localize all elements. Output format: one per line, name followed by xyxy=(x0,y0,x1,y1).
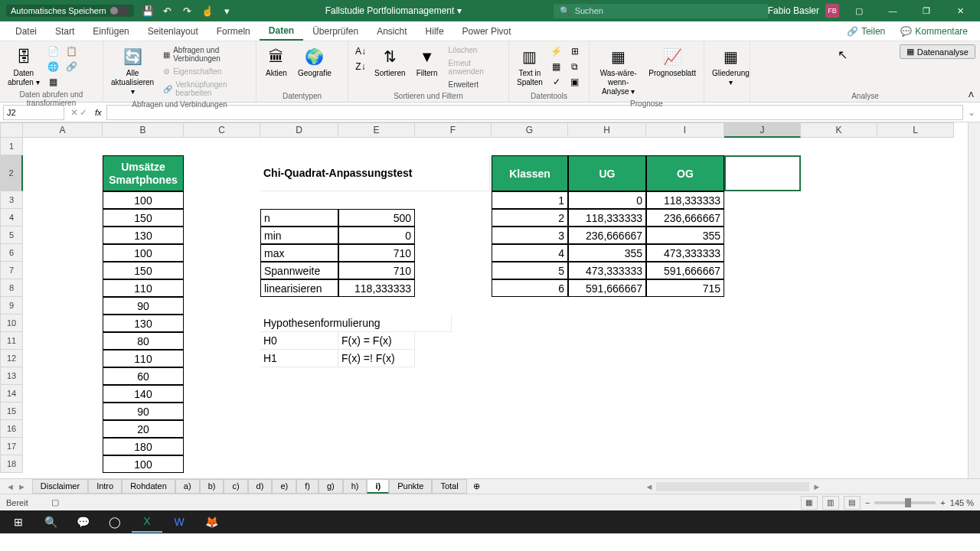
col-header-D[interactable]: D xyxy=(260,122,338,138)
row-header-5[interactable]: 5 xyxy=(0,227,23,244)
outline-button[interactable]: ▦Gliederung ▾ xyxy=(709,44,753,89)
sheet-tab-Disclaimer[interactable]: Disclaimer xyxy=(32,479,88,494)
cell-B14[interactable]: 140 xyxy=(103,385,184,403)
row-header-11[interactable]: 11 xyxy=(0,332,23,350)
cell-I7[interactable]: 591,666667 xyxy=(646,262,724,279)
cell-H3[interactable]: 0 xyxy=(568,191,646,209)
sheet-tab-d)[interactable]: d) xyxy=(248,479,273,494)
sheet-tab-Rohdaten[interactable]: Rohdaten xyxy=(122,479,175,494)
stocks-button[interactable]: 🏛Aktien xyxy=(261,44,292,80)
cell-B9[interactable]: 90 xyxy=(103,297,184,315)
tab-ueberpruefen[interactable]: Überprüfen xyxy=(303,21,368,41)
what-if-button[interactable]: ▦Was-wäre-wenn- Analyse ▾ xyxy=(594,44,642,98)
row-header-9[interactable]: 9 xyxy=(0,297,23,315)
row-header-17[interactable]: 17 xyxy=(0,438,23,455)
row-header-4[interactable]: 4 xyxy=(0,209,23,227)
tab-ansicht[interactable]: Ansicht xyxy=(368,21,416,41)
tab-seitenlayout[interactable]: Seitenlayout xyxy=(139,21,207,41)
cell-B4[interactable]: 150 xyxy=(103,209,184,227)
autosave-toggle[interactable]: Automatisches Speichern xyxy=(6,5,134,17)
row-header-7[interactable]: 7 xyxy=(0,262,23,279)
close-icon[interactable]: ✕ xyxy=(946,0,974,21)
from-text-icon[interactable]: 📄 xyxy=(46,44,61,58)
cells-area[interactable]: Umsätze Smartphones100150130100150110901… xyxy=(23,138,968,473)
zoom-in-icon[interactable]: + xyxy=(940,498,945,507)
row-header-2[interactable]: 2 xyxy=(0,155,23,191)
undo-icon[interactable]: ↶ xyxy=(162,5,174,17)
sheet-tab-b)[interactable]: b) xyxy=(200,479,224,494)
cell-D4[interactable]: n xyxy=(260,209,338,227)
page-layout-icon[interactable]: ▥ xyxy=(822,496,839,510)
cell-E7[interactable]: 710 xyxy=(338,262,415,279)
col-header-F[interactable]: F xyxy=(415,122,492,138)
cell-H7[interactable]: 473,333333 xyxy=(568,262,646,279)
cell-G6[interactable]: 4 xyxy=(492,244,568,262)
col-header-E[interactable]: E xyxy=(338,122,415,138)
row-header-12[interactable]: 12 xyxy=(0,350,23,367)
cell-G7[interactable]: 5 xyxy=(492,262,568,279)
col-header-H[interactable]: H xyxy=(568,122,646,138)
cell-G2[interactable]: Klassen xyxy=(492,155,568,191)
queries-button[interactable]: ▦ Abfragen und Verbindungen xyxy=(160,44,251,64)
cell-B8[interactable]: 110 xyxy=(103,279,184,297)
cell-D11[interactable]: H0 xyxy=(260,332,338,350)
sort-desc-icon[interactable]: Z↓ xyxy=(353,60,368,73)
zoom-out-icon[interactable]: − xyxy=(865,498,870,507)
validation-icon[interactable]: ✓ xyxy=(549,75,564,89)
select-all-button[interactable] xyxy=(0,122,23,138)
cell-B6[interactable]: 100 xyxy=(103,244,184,262)
record-macro-icon[interactable]: ▢ xyxy=(51,497,59,507)
comments-button[interactable]: 💬 Kommentare xyxy=(894,26,974,37)
tab-hilfe[interactable]: Hilfe xyxy=(416,21,453,41)
cell-B10[interactable]: 130 xyxy=(103,315,184,332)
col-header-J[interactable]: J xyxy=(724,122,801,138)
app2-icon[interactable]: ◯ xyxy=(100,511,130,533)
row-header-10[interactable]: 10 xyxy=(0,315,23,332)
firefox-task-icon[interactable]: 🦊 xyxy=(196,511,227,533)
cell-H5[interactable]: 236,666667 xyxy=(568,227,646,244)
from-table-icon[interactable]: ▦ xyxy=(46,75,61,89)
cell-D8[interactable]: linearisieren xyxy=(260,279,338,297)
ribbon-display-icon[interactable]: ▢ xyxy=(845,0,873,21)
cell-E6[interactable]: 710 xyxy=(338,244,415,262)
cell-H2[interactable]: UG xyxy=(568,155,646,191)
cell-G3[interactable]: 1 xyxy=(492,191,568,209)
row-header-15[interactable]: 15 xyxy=(0,403,23,420)
fx-icon[interactable]: fx xyxy=(90,108,106,117)
normal-view-icon[interactable]: ▦ xyxy=(801,496,818,510)
cell-E5[interactable]: 0 xyxy=(338,227,415,244)
existing-conn-icon[interactable]: 🔗 xyxy=(64,60,80,73)
cell-B16[interactable]: 20 xyxy=(103,420,184,438)
hscroll-right-icon[interactable]: ► xyxy=(809,482,824,491)
share-button[interactable]: 🔗 Teilen xyxy=(841,26,891,37)
col-header-B[interactable]: B xyxy=(103,122,184,138)
filter-button[interactable]: ▼Filtern xyxy=(412,44,443,80)
cell-I8[interactable]: 715 xyxy=(646,279,724,297)
sheet-nav[interactable]: ◄► xyxy=(0,482,32,491)
col-header-G[interactable]: G xyxy=(492,122,568,138)
app1-icon[interactable]: 💬 xyxy=(67,511,98,533)
cell-B17[interactable]: 180 xyxy=(103,438,184,455)
document-title[interactable]: Fallstudie Portfoliomanagement ▾ xyxy=(234,5,554,16)
cell-B12[interactable]: 110 xyxy=(103,350,184,367)
tab-powerpivot[interactable]: Power Pivot xyxy=(453,21,521,41)
cell-I2[interactable]: OG xyxy=(646,155,724,191)
expand-formula-icon[interactable]: ⌄ xyxy=(963,107,980,118)
zoom-level[interactable]: 145 % xyxy=(950,498,974,507)
cell-D10[interactable]: Hypothesenformulierung xyxy=(260,315,452,332)
cell-I5[interactable]: 355 xyxy=(646,227,724,244)
sort-asc-icon[interactable]: A↓ xyxy=(353,44,368,58)
minimize-icon[interactable]: — xyxy=(879,0,906,21)
row-header-13[interactable]: 13 xyxy=(0,367,23,385)
cell-D12[interactable]: H1 xyxy=(260,350,338,367)
geography-button[interactable]: 🌍Geografie xyxy=(295,44,335,80)
toggle-switch[interactable] xyxy=(109,6,129,15)
start-menu-icon[interactable]: ⊞ xyxy=(3,511,34,533)
cell-E8[interactable]: 118,333333 xyxy=(338,279,415,297)
cell-I4[interactable]: 236,666667 xyxy=(646,209,724,227)
sheet-tab-Punkte[interactable]: Punkte xyxy=(389,479,432,494)
cell-B13[interactable]: 60 xyxy=(103,367,184,385)
cell-H6[interactable]: 355 xyxy=(568,244,646,262)
sheet-tab-a)[interactable]: a) xyxy=(175,479,200,494)
cell-G8[interactable]: 6 xyxy=(492,279,568,297)
